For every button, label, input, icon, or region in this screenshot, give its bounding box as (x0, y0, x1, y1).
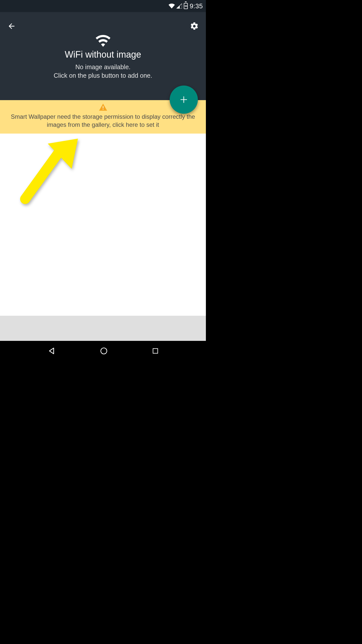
nav-recent-button[interactable] (152, 347, 159, 354)
tutorial-arrow-icon (15, 134, 85, 207)
ad-banner-placeholder (0, 316, 206, 341)
nav-home-icon (100, 347, 108, 355)
nav-back-icon (47, 347, 56, 355)
status-time: 9:35 (190, 2, 203, 10)
header-panel: WiFi without image No image available. C… (0, 12, 206, 100)
nav-back-button[interactable] (47, 347, 56, 355)
system-nav-bar (0, 341, 206, 361)
battery-icon: 95 (184, 3, 188, 10)
cell-signal-icon (176, 4, 182, 9)
nav-home-button[interactable] (100, 347, 108, 355)
page-title: WiFi without image (65, 49, 141, 60)
wifi-status-icon (168, 4, 175, 9)
svg-rect-0 (103, 106, 103, 108)
status-bar: 95 9:35 (0, 0, 206, 12)
svg-rect-3 (153, 348, 158, 353)
gear-icon (190, 22, 199, 31)
add-image-fab[interactable] (170, 86, 198, 114)
back-button[interactable] (6, 20, 18, 32)
content-area (0, 134, 206, 316)
back-arrow-icon (7, 22, 16, 30)
svg-rect-1 (103, 109, 103, 110)
nav-recent-icon (152, 347, 159, 354)
page-subtitle: No image available. Click on the plus bu… (54, 63, 152, 80)
svg-point-2 (101, 348, 107, 354)
warning-icon (99, 104, 107, 112)
permission-banner-text: Smart Wallpaper need the storage permiss… (5, 113, 201, 129)
settings-button[interactable] (188, 20, 200, 32)
plus-icon (179, 95, 189, 105)
battery-level: 95 (185, 5, 187, 7)
wifi-icon (95, 35, 111, 48)
